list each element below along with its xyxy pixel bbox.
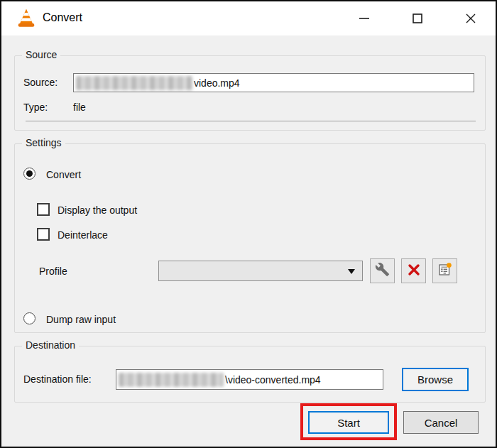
source-separator xyxy=(26,121,476,121)
source-input-visible-value: video.mp4 xyxy=(194,77,240,89)
destination-input[interactable]: \video-converted.mp4 xyxy=(116,369,383,390)
dump-raw-input-radio[interactable] xyxy=(23,312,36,324)
new-profile-button[interactable] xyxy=(432,258,457,283)
profile-dropdown[interactable] xyxy=(158,261,363,281)
type-label: Type: xyxy=(23,102,48,113)
destination-input-visible-value: \video-converted.mp4 xyxy=(225,374,321,386)
source-input[interactable]: video.mp4 xyxy=(73,73,474,92)
profile-list-icon xyxy=(437,262,452,280)
convert-radio-label[interactable]: Convert xyxy=(46,169,81,180)
titlebar: Convert xyxy=(1,1,496,35)
display-output-label[interactable]: Display the output xyxy=(58,204,137,216)
minimize-button[interactable] xyxy=(354,9,375,28)
close-button[interactable] xyxy=(460,9,481,28)
deinterlace-checkbox[interactable] xyxy=(37,228,50,241)
settings-group-label: Settings xyxy=(22,137,65,148)
source-group-label: Source xyxy=(22,49,60,60)
vlc-cone-icon xyxy=(17,9,36,28)
profile-label: Profile xyxy=(39,266,67,277)
start-button[interactable]: Start xyxy=(308,411,389,434)
delete-profile-button[interactable] xyxy=(401,258,426,283)
window-title: Convert xyxy=(43,11,82,24)
destination-group-label: Destination xyxy=(22,339,79,351)
redacted-source-path xyxy=(76,76,192,90)
redacted-destination-path xyxy=(119,373,224,387)
wrench-icon xyxy=(375,262,390,280)
dump-raw-input-label[interactable]: Dump raw input xyxy=(46,314,116,325)
destination-file-label: Destination file: xyxy=(23,373,92,385)
maximize-button[interactable] xyxy=(407,9,428,28)
settings-group: Settings Convert Display the output Dein… xyxy=(14,143,486,333)
deinterlace-label[interactable]: Deinterlace xyxy=(58,229,108,241)
browse-button-label: Browse xyxy=(417,373,453,386)
type-value: file xyxy=(73,102,86,113)
convert-dialog: Convert Source Source: video.mp4 Type: f… xyxy=(0,0,497,448)
browse-button[interactable]: Browse xyxy=(402,368,469,391)
edit-profile-button[interactable] xyxy=(370,258,395,283)
destination-group: Destination Destination file: \video-con… xyxy=(14,346,486,403)
source-field-label: Source: xyxy=(23,77,58,88)
convert-radio[interactable] xyxy=(23,168,36,180)
cancel-button[interactable]: Cancel xyxy=(403,411,479,434)
source-group: Source Source: video.mp4 Type: file xyxy=(14,55,486,131)
chevron-down-icon xyxy=(348,269,355,274)
red-x-icon xyxy=(408,263,420,279)
display-output-checkbox[interactable] xyxy=(37,203,50,216)
